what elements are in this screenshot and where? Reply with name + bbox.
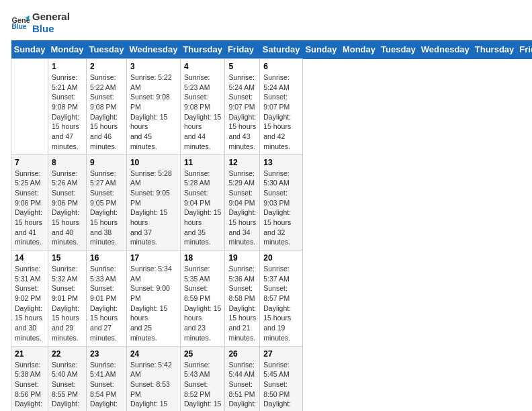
header-day-wednesday: Wednesday: [418, 40, 472, 59]
logo: General Blue General Blue: [11, 11, 70, 35]
logo-icon: General Blue: [11, 13, 30, 32]
day-number: 13: [263, 158, 299, 167]
calendar-cell: 24Sunrise: 5:42 AM Sunset: 8:53 PM Dayli…: [126, 346, 180, 411]
header-day-sunday: Sunday: [302, 40, 339, 59]
header-saturday: Saturday: [260, 40, 303, 59]
day-info: Sunrise: 5:26 AM Sunset: 9:06 PM Dayligh…: [52, 169, 83, 248]
day-number: 24: [130, 349, 177, 359]
day-number: 6: [263, 62, 299, 71]
day-info: Sunrise: 5:24 AM Sunset: 9:07 PM Dayligh…: [228, 73, 256, 152]
day-number: 7: [15, 158, 44, 167]
page-header: General Blue General Blue: [11, 11, 521, 35]
day-number: 5: [228, 62, 256, 71]
calendar-cell: 19Sunrise: 5:36 AM Sunset: 8:58 PM Dayli…: [225, 250, 260, 347]
day-number: 20: [263, 253, 299, 263]
day-info: Sunrise: 5:29 AM Sunset: 9:04 PM Dayligh…: [228, 169, 256, 248]
day-number: 26: [228, 349, 256, 359]
header-wednesday: Wednesday: [126, 40, 180, 59]
calendar-cell: 13Sunrise: 5:30 AM Sunset: 9:03 PM Dayli…: [260, 154, 303, 250]
day-info: Sunrise: 5:36 AM Sunset: 8:58 PM Dayligh…: [228, 264, 256, 343]
day-info: Sunrise: 5:30 AM Sunset: 9:03 PM Dayligh…: [263, 169, 299, 248]
calendar-cell: 21Sunrise: 5:38 AM Sunset: 8:56 PM Dayli…: [11, 346, 48, 411]
day-number: 21: [15, 349, 44, 359]
day-number: 8: [52, 158, 83, 167]
day-info: Sunrise: 5:27 AM Sunset: 9:05 PM Dayligh…: [90, 169, 123, 248]
day-number: 9: [90, 158, 123, 167]
calendar-cell: 25Sunrise: 5:43 AM Sunset: 8:52 PM Dayli…: [180, 346, 225, 411]
day-info: Sunrise: 5:35 AM Sunset: 8:59 PM Dayligh…: [184, 264, 222, 343]
calendar-cell: 20Sunrise: 5:37 AM Sunset: 8:57 PM Dayli…: [260, 250, 303, 347]
calendar-cell: 17Sunrise: 5:34 AM Sunset: 9:00 PM Dayli…: [126, 250, 180, 347]
day-info: Sunrise: 5:38 AM Sunset: 8:56 PM Dayligh…: [15, 360, 44, 412]
calendar-cell: 22Sunrise: 5:40 AM Sunset: 8:55 PM Dayli…: [48, 346, 86, 411]
header-day-friday: Friday: [517, 40, 532, 59]
calendar-cell: 5Sunrise: 5:24 AM Sunset: 9:07 PM Daylig…: [225, 59, 260, 155]
calendar-cell: 23Sunrise: 5:41 AM Sunset: 8:54 PM Dayli…: [87, 346, 127, 411]
header-day-thursday: Thursday: [472, 40, 517, 59]
day-number: 17: [130, 253, 177, 263]
day-info: Sunrise: 5:28 AM Sunset: 9:04 PM Dayligh…: [184, 169, 222, 248]
day-info: Sunrise: 5:28 AM Sunset: 9:05 PM Dayligh…: [130, 169, 177, 248]
day-number: 14: [15, 253, 44, 263]
day-info: Sunrise: 5:23 AM Sunset: 9:08 PM Dayligh…: [184, 73, 222, 152]
day-info: Sunrise: 5:33 AM Sunset: 9:01 PM Dayligh…: [90, 264, 123, 343]
calendar-cell: 26Sunrise: 5:44 AM Sunset: 8:51 PM Dayli…: [225, 346, 260, 411]
day-number: 18: [184, 253, 222, 263]
day-info: Sunrise: 5:24 AM Sunset: 9:07 PM Dayligh…: [263, 73, 299, 152]
calendar-cell: 10Sunrise: 5:28 AM Sunset: 9:05 PM Dayli…: [126, 154, 180, 250]
day-number: 23: [90, 349, 123, 359]
calendar-cell: 4Sunrise: 5:23 AM Sunset: 9:08 PM Daylig…: [180, 59, 225, 155]
day-number: 27: [263, 349, 299, 359]
header-day-monday: Monday: [340, 40, 378, 59]
day-info: Sunrise: 5:43 AM Sunset: 8:52 PM Dayligh…: [184, 360, 222, 412]
week-row-3: 14Sunrise: 5:31 AM Sunset: 9:02 PM Dayli…: [11, 250, 533, 347]
calendar-cell: 14Sunrise: 5:31 AM Sunset: 9:02 PM Dayli…: [11, 250, 48, 347]
calendar-header-row: SundayMondayTuesdayWednesdayThursdayFrid…: [11, 40, 533, 59]
header-monday: Monday: [48, 40, 86, 59]
calendar-cell: 1Sunrise: 5:21 AM Sunset: 9:08 PM Daylig…: [48, 59, 86, 155]
logo-text-general: General: [32, 11, 70, 23]
day-info: Sunrise: 5:44 AM Sunset: 8:51 PM Dayligh…: [228, 360, 256, 412]
calendar-cell: 27Sunrise: 5:45 AM Sunset: 8:50 PM Dayli…: [260, 346, 303, 411]
day-number: 1: [52, 62, 83, 71]
day-number: 3: [130, 62, 177, 71]
day-number: 11: [184, 158, 222, 167]
day-number: 4: [184, 62, 222, 71]
day-number: 19: [228, 253, 256, 263]
day-info: Sunrise: 5:41 AM Sunset: 8:54 PM Dayligh…: [90, 360, 123, 412]
header-friday: Friday: [225, 40, 260, 59]
calendar-cell: 12Sunrise: 5:29 AM Sunset: 9:04 PM Dayli…: [225, 154, 260, 250]
header-thursday: Thursday: [180, 40, 225, 59]
week-row-4: 21Sunrise: 5:38 AM Sunset: 8:56 PM Dayli…: [11, 346, 533, 411]
day-number: 15: [52, 253, 83, 263]
day-info: Sunrise: 5:22 AM Sunset: 9:08 PM Dayligh…: [90, 73, 123, 152]
header-day-tuesday: Tuesday: [378, 40, 418, 59]
day-info: Sunrise: 5:32 AM Sunset: 9:01 PM Dayligh…: [52, 264, 83, 343]
header-tuesday: Tuesday: [87, 40, 127, 59]
calendar-cell: 3Sunrise: 5:22 AM Sunset: 9:08 PM Daylig…: [126, 59, 180, 155]
day-number: 12: [228, 158, 256, 167]
day-number: 2: [90, 62, 123, 71]
calendar-cell: 8Sunrise: 5:26 AM Sunset: 9:06 PM Daylig…: [48, 154, 86, 250]
svg-text:Blue: Blue: [12, 23, 27, 30]
day-info: Sunrise: 5:40 AM Sunset: 8:55 PM Dayligh…: [52, 360, 83, 412]
day-info: Sunrise: 5:45 AM Sunset: 8:50 PM Dayligh…: [263, 360, 299, 412]
day-info: Sunrise: 5:31 AM Sunset: 9:02 PM Dayligh…: [15, 264, 44, 343]
calendar-cell: 11Sunrise: 5:28 AM Sunset: 9:04 PM Dayli…: [180, 154, 225, 250]
day-number: 16: [90, 253, 123, 263]
week-row-1: 1Sunrise: 5:21 AM Sunset: 9:08 PM Daylig…: [11, 59, 533, 155]
calendar-cell: 15Sunrise: 5:32 AM Sunset: 9:01 PM Dayli…: [48, 250, 86, 347]
day-number: 22: [52, 349, 83, 359]
day-number: 10: [130, 158, 177, 167]
calendar-cell: 16Sunrise: 5:33 AM Sunset: 9:01 PM Dayli…: [87, 250, 127, 347]
day-info: Sunrise: 5:34 AM Sunset: 9:00 PM Dayligh…: [130, 264, 177, 343]
calendar-table: SundayMondayTuesdayWednesdayThursdayFrid…: [11, 40, 532, 411]
day-info: Sunrise: 5:25 AM Sunset: 9:06 PM Dayligh…: [15, 169, 44, 248]
calendar-cell: 18Sunrise: 5:35 AM Sunset: 8:59 PM Dayli…: [180, 250, 225, 347]
day-number: 25: [184, 349, 222, 359]
day-info: Sunrise: 5:22 AM Sunset: 9:08 PM Dayligh…: [130, 73, 177, 152]
calendar-cell: [11, 59, 48, 155]
week-row-2: 7Sunrise: 5:25 AM Sunset: 9:06 PM Daylig…: [11, 154, 533, 250]
calendar-cell: 2Sunrise: 5:22 AM Sunset: 9:08 PM Daylig…: [87, 59, 127, 155]
calendar-cell: 7Sunrise: 5:25 AM Sunset: 9:06 PM Daylig…: [11, 154, 48, 250]
